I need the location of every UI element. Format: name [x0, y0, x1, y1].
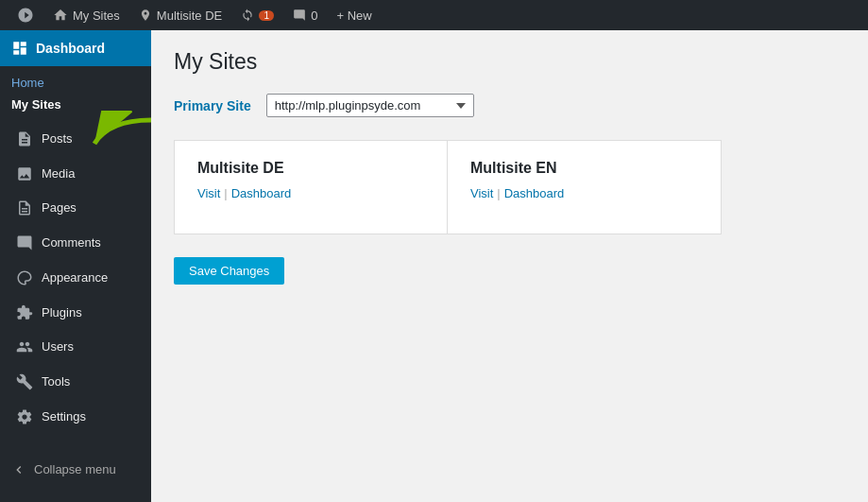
save-changes-button[interactable]: Save Changes: [174, 257, 284, 285]
sidebar: Dashboard Home My Sites Posts Media Page…: [0, 30, 151, 502]
appearance-icon: [15, 268, 34, 286]
primary-site-label: Primary Site: [174, 98, 251, 113]
sidebar-item-users[interactable]: Users: [0, 330, 151, 365]
admin-bar: My Sites Multisite DE 1 0 + New: [0, 0, 868, 30]
sites-grid: Multisite DE Visit | Dashboard Multisite…: [174, 140, 845, 234]
main-content: My Sites Primary Site http://mlp.pluginp…: [151, 30, 868, 502]
sidebar-item-pages[interactable]: Pages: [0, 191, 151, 226]
site-card-de-title: Multisite DE: [197, 160, 424, 177]
site-card-de: Multisite DE Visit | Dashboard: [174, 140, 448, 234]
sidebar-tools-label: Tools: [42, 374, 70, 389]
page-title: My Sites: [174, 49, 845, 75]
adminbar-updates-count: 1: [259, 10, 274, 21]
sidebar-comments-label: Comments: [42, 235, 101, 250]
adminbar-new[interactable]: + New: [327, 0, 381, 30]
sidebar-item-comments[interactable]: Comments: [0, 225, 151, 260]
sidebar-item-plugins[interactable]: Plugins: [0, 295, 151, 330]
primary-site-row: Primary Site http://mlp.pluginpsyde.com: [174, 94, 845, 117]
site-card-de-dashboard[interactable]: Dashboard: [231, 186, 292, 200]
sidebar-posts-label: Posts: [42, 131, 73, 146]
users-icon: [15, 338, 34, 356]
sidebar-home[interactable]: Home: [11, 72, 140, 94]
adminbar-new-label: + New: [336, 9, 371, 23]
pages-icon: [15, 199, 34, 217]
sidebar-collapse[interactable]: Collapse menu: [0, 453, 151, 487]
site-card-en-title: Multisite EN: [470, 160, 698, 177]
comments-icon: [15, 234, 34, 251]
adminbar-updates[interactable]: 1: [231, 0, 283, 30]
arrow-annotation: [80, 111, 137, 167]
sidebar-item-tools[interactable]: Tools: [0, 364, 151, 399]
adminbar-my-sites[interactable]: My Sites: [43, 0, 129, 30]
adminbar-wp-logo[interactable]: [8, 0, 43, 30]
tools-icon: [15, 372, 34, 390]
sidebar-plugins-label: Plugins: [42, 305, 82, 320]
sidebar-item-appearance[interactable]: Appearance: [0, 260, 151, 295]
adminbar-site-name-label: Multisite DE: [157, 9, 222, 23]
adminbar-comments-count: 0: [311, 9, 317, 23]
media-icon: [15, 164, 34, 182]
posts-icon: [15, 130, 34, 147]
layout: Dashboard Home My Sites Posts Media Page…: [0, 30, 868, 502]
site-card-en: Multisite EN Visit | Dashboard: [448, 140, 722, 234]
settings-icon: [15, 407, 34, 425]
site-card-en-links: Visit | Dashboard: [470, 186, 698, 200]
sidebar-appearance-label: Appearance: [42, 270, 108, 285]
sidebar-settings-label: Settings: [42, 409, 86, 424]
plugins-icon: [15, 303, 34, 321]
site-card-de-links: Visit | Dashboard: [197, 186, 424, 200]
primary-site-select[interactable]: http://mlp.pluginpsyde.com: [266, 94, 474, 117]
site-card-en-visit[interactable]: Visit: [470, 186, 493, 200]
site-card-en-dashboard[interactable]: Dashboard: [504, 186, 565, 200]
adminbar-comments[interactable]: 0: [283, 0, 327, 30]
adminbar-my-sites-label: My Sites: [73, 9, 120, 23]
sidebar-dashboard[interactable]: Dashboard: [0, 30, 151, 66]
sidebar-collapse-label: Collapse menu: [34, 462, 116, 476]
sidebar-item-settings[interactable]: Settings: [0, 399, 151, 434]
sidebar-users-label: Users: [42, 339, 74, 354]
sidebar-dashboard-label: Dashboard: [36, 41, 105, 56]
sidebar-pages-label: Pages: [42, 200, 77, 215]
site-card-de-visit[interactable]: Visit: [197, 186, 220, 200]
adminbar-site-name[interactable]: Multisite DE: [129, 0, 231, 30]
sidebar-media-label: Media: [42, 166, 75, 181]
